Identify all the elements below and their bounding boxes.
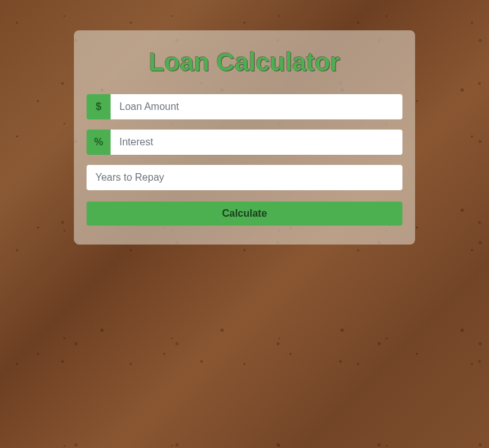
percent-icon: %	[87, 130, 111, 155]
years-input[interactable]	[87, 165, 402, 190]
dollar-icon: $	[87, 94, 111, 119]
loan-calculator-card: Loan Calculator $ % Calculate	[74, 30, 415, 245]
loan-amount-input[interactable]	[111, 94, 402, 119]
years-group	[87, 165, 402, 190]
page-title: Loan Calculator	[87, 48, 402, 76]
interest-group: %	[87, 130, 402, 155]
calculate-button[interactable]: Calculate	[87, 202, 402, 226]
loan-amount-group: $	[87, 94, 402, 119]
interest-input[interactable]	[111, 130, 402, 155]
